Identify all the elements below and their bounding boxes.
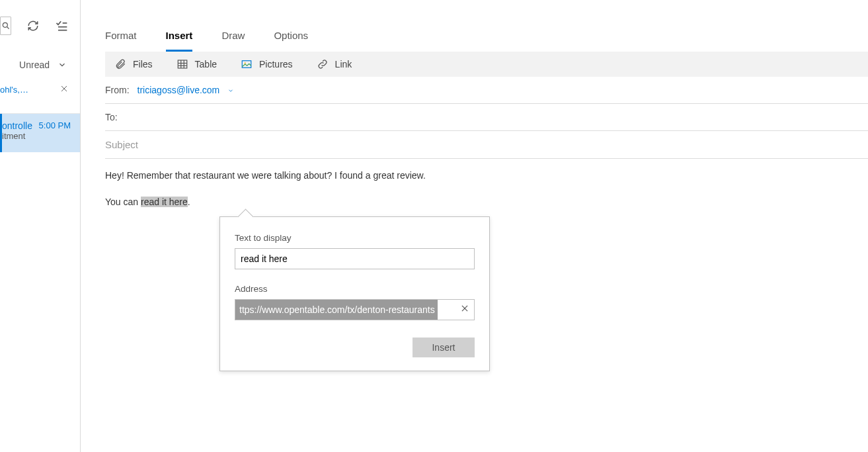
tab-options[interactable]: Options	[274, 30, 308, 41]
table-icon	[177, 58, 188, 70]
compose-tabs: Format Insert Draw Options	[105, 0, 868, 52]
compose-panel: Format Insert Draw Options Files Table P…	[81, 0, 868, 452]
ribbon-label: Link	[335, 59, 352, 69]
to-row[interactable]: To:	[105, 104, 868, 131]
mail-sender-truncated: ohl's,…	[0, 85, 28, 95]
text-to-display-input[interactable]	[235, 248, 475, 269]
from-email-dropdown[interactable]: triciagoss@live.com	[138, 85, 234, 95]
picture-icon	[241, 58, 253, 70]
mail-item[interactable]: ohl's,…	[0, 78, 80, 114]
from-label: From:	[105, 85, 130, 95]
mail-item-selected[interactable]: ontrolle 5:00 PM itment	[0, 114, 80, 152]
search-icon[interactable]	[0, 17, 11, 35]
subject-placeholder: Subject	[105, 139, 138, 150]
svg-point-0	[3, 23, 7, 27]
ribbon-label: Pictures	[259, 59, 293, 69]
ribbon-label: Table	[195, 59, 217, 69]
from-email-value: triciagoss@live.com	[138, 85, 220, 95]
address-selected-text: ttps://www.opentable.com/tx/denton-resta…	[235, 300, 438, 320]
svg-line-1	[7, 27, 9, 29]
insert-link-popup: Text to display Address ttps://www.opent…	[219, 216, 490, 371]
insert-files-button[interactable]: Files	[114, 58, 153, 70]
body-line: You can read it here.	[105, 195, 868, 209]
mail-list-toolbar	[0, 0, 80, 52]
dismiss-icon[interactable]	[60, 85, 68, 95]
insert-ribbon: Files Table Pictures Link	[105, 52, 868, 77]
text-to-display-label: Text to display	[235, 233, 475, 243]
ribbon-label: Files	[133, 59, 153, 69]
insert-link-confirm-button[interactable]: Insert	[413, 338, 475, 357]
unread-filter[interactable]: Unread	[0, 52, 80, 78]
insert-link-button[interactable]: Link	[317, 58, 352, 70]
paperclip-icon	[114, 58, 126, 70]
subject-row[interactable]: Subject	[105, 131, 868, 159]
svg-rect-7	[178, 60, 187, 68]
mail-preview: itment	[2, 131, 73, 141]
refresh-icon[interactable]	[27, 19, 39, 32]
unread-label: Unread	[19, 60, 50, 70]
body-line: Hey! Remember that restaurant we were ta…	[105, 168, 868, 183]
address-label: Address	[235, 284, 475, 294]
chevron-down-icon	[58, 60, 67, 69]
body-text: You can	[105, 197, 141, 207]
to-label: To:	[105, 112, 118, 122]
body-text: .	[188, 197, 190, 207]
mail-time: 5:00 PM	[39, 120, 71, 130]
mail-list-panel: Unread ohl's,… ontrolle 5:00 PM itment	[0, 0, 81, 452]
chevron-down-icon	[227, 87, 234, 94]
tab-format[interactable]: Format	[105, 30, 137, 41]
clear-address-icon[interactable]	[460, 304, 469, 315]
link-icon	[317, 58, 329, 70]
insert-pictures-button[interactable]: Pictures	[241, 58, 293, 70]
link-text-highlight: read it here	[141, 197, 188, 207]
tab-insert[interactable]: Insert	[166, 30, 193, 41]
message-body[interactable]: Hey! Remember that restaurant we were ta…	[105, 159, 868, 210]
tab-draw[interactable]: Draw	[221, 30, 245, 41]
from-row: From: triciagoss@live.com	[105, 77, 868, 104]
insert-table-button[interactable]: Table	[177, 58, 217, 70]
select-mode-icon[interactable]	[55, 19, 68, 32]
